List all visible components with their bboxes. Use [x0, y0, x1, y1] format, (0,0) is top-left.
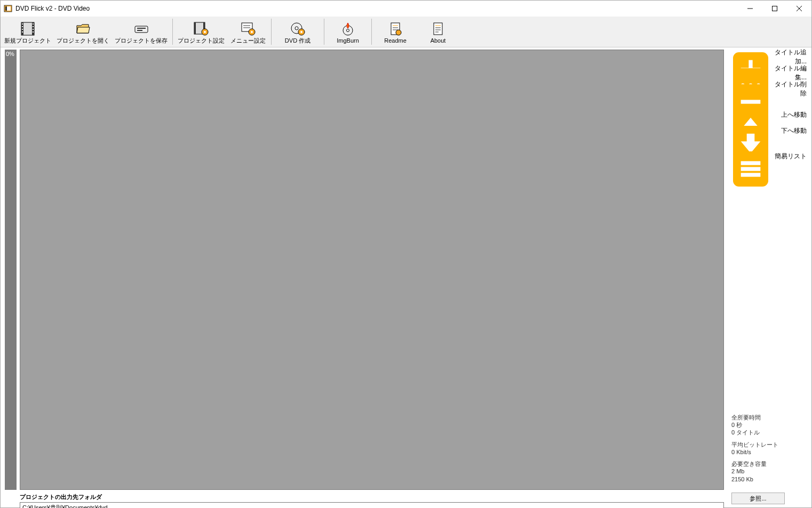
svg-rect-61: [741, 173, 761, 176]
imgburn-button[interactable]: ImgBurn: [327, 18, 369, 46]
document-icon: [387, 20, 404, 37]
minus-icon: [733, 84, 768, 94]
edit-title-label: タイトル編集...: [771, 64, 807, 82]
toolbar-separator: [271, 19, 272, 45]
about-label: About: [431, 37, 446, 44]
minimize-icon: [747, 6, 753, 11]
plus-icon: [733, 52, 768, 62]
maximize-icon: [772, 6, 777, 11]
browse-button[interactable]: 参照...: [731, 493, 785, 504]
maximize-button[interactable]: [762, 1, 787, 17]
window-controls: [738, 1, 811, 17]
about-button[interactable]: About: [417, 18, 459, 46]
menu-settings-button[interactable]: メニュー設定: [227, 18, 269, 46]
space-value2: 2150 Kb: [731, 475, 808, 483]
easy-list-button[interactable]: 簡易リスト: [731, 150, 808, 163]
svg-rect-12: [22, 29, 23, 30]
svg-rect-17: [33, 31, 34, 33]
toolbar-separator: [172, 19, 173, 45]
svg-rect-19: [137, 28, 146, 29]
save-project-label: プロジェクトを保存: [115, 37, 168, 44]
film-icon: [19, 20, 36, 37]
total-time-value: 0 秒: [731, 421, 808, 429]
move-actions-group: 上へ移動 下へ移動: [731, 108, 808, 137]
svg-rect-13: [22, 31, 23, 33]
disc-gear-icon: [289, 20, 306, 37]
main-toolbar: 新規プロジェクト プロジェクトを開く プロジェクトを保存 プロジェクト設定 メ: [1, 17, 811, 47]
project-settings-button[interactable]: プロジェクト設定: [175, 18, 227, 46]
window-title: DVD Flick v2 - DVD Video: [15, 5, 90, 12]
new-project-button[interactable]: 新規プロジェクト: [2, 18, 54, 46]
space-gauge: [5, 50, 17, 490]
toolbar-separator: [324, 19, 324, 45]
move-up-button[interactable]: 上へ移動: [731, 108, 808, 121]
svg-rect-42: [434, 23, 442, 35]
svg-point-32: [295, 27, 298, 30]
space-label: 必要空き容量: [731, 460, 808, 467]
bitrate-label: 平均ビットレート: [731, 441, 808, 448]
move-up-label: 上へ移動: [771, 110, 807, 119]
total-time-label: 全所要時間: [731, 414, 808, 421]
svg-rect-10: [22, 23, 23, 25]
close-button[interactable]: [787, 1, 811, 17]
title-count-value: 0 タイトル: [731, 429, 808, 436]
app-window: DVD Flick v2 - DVD Video 新規プロジェクト プロジェ: [0, 0, 812, 508]
output-folder-label: プロジェクトの出力先フォルダ: [20, 493, 724, 501]
list-icon: [733, 151, 768, 161]
space-gauge-label: 0%: [6, 51, 14, 57]
create-dvd-button[interactable]: DVD 作成: [274, 18, 322, 46]
left-strip: 0%: [1, 47, 17, 507]
canvas-area: プロジェクトの出力先フォルダ: [17, 47, 727, 507]
delete-title-button[interactable]: タイトル削除: [731, 83, 808, 95]
output-path-input[interactable]: [20, 502, 724, 508]
readme-button[interactable]: Readme: [374, 18, 417, 46]
titlebar: DVD Flick v2 - DVD Video: [1, 1, 811, 17]
add-title-label: タイトル追加...: [771, 48, 807, 66]
imgburn-label: ImgBurn: [337, 37, 359, 44]
menu-gear-icon: [240, 20, 257, 37]
add-title-button[interactable]: タイトル追加...: [731, 51, 808, 63]
menu-settings-label: メニュー設定: [230, 37, 266, 44]
arrow-down-icon: [733, 126, 768, 135]
svg-point-34: [300, 31, 302, 33]
save-project-button[interactable]: プロジェクトを保存: [112, 18, 170, 46]
svg-rect-22: [194, 22, 196, 34]
flame-disc-icon: [339, 20, 356, 37]
app-icon: [4, 4, 12, 13]
delete-title-label: タイトル削除: [771, 80, 807, 98]
right-panel: タイトル追加... タイトル編集... タイトル削除: [727, 47, 811, 507]
svg-rect-2: [5, 6, 7, 11]
move-down-label: 下へ移動: [771, 126, 807, 135]
svg-rect-60: [741, 167, 761, 171]
svg-rect-14: [33, 23, 34, 25]
list-actions-group: 簡易リスト: [731, 150, 808, 163]
title-actions-group: タイトル追加... タイトル編集... タイトル削除: [731, 51, 808, 95]
open-project-label: プロジェクトを開く: [57, 37, 109, 44]
output-bar: プロジェクトの出力先フォルダ: [20, 493, 724, 508]
minimize-button[interactable]: [738, 1, 762, 17]
bitrate-value: 0 Kbit/s: [731, 448, 808, 456]
close-icon: [797, 6, 802, 11]
move-down-button[interactable]: 下へ移動: [731, 124, 808, 137]
title-list-canvas[interactable]: [20, 50, 724, 490]
svg-point-30: [251, 31, 253, 33]
svg-rect-59: [741, 161, 761, 165]
svg-rect-20: [137, 30, 142, 31]
svg-rect-11: [22, 26, 23, 27]
info-document-icon: [429, 20, 447, 37]
new-project-label: 新規プロジェクト: [4, 37, 51, 44]
toolbar-separator: [371, 19, 372, 45]
edit-title-button[interactable]: タイトル編集...: [731, 67, 808, 79]
svg-rect-15: [33, 26, 34, 27]
edit-icon: [733, 68, 768, 78]
svg-rect-16: [33, 29, 34, 30]
create-dvd-label: DVD 作成: [285, 37, 311, 44]
arrow-up-icon: [733, 110, 768, 119]
save-icon: [133, 20, 150, 37]
readme-label: Readme: [384, 37, 407, 44]
body-area: 0% プロジェクトの出力先フォルダ タイトル追加...: [1, 47, 811, 507]
open-project-button[interactable]: プロジェクトを開く: [54, 18, 112, 46]
svg-rect-4: [773, 6, 777, 11]
easy-list-label: 簡易リスト: [771, 152, 807, 161]
svg-rect-55: [741, 100, 761, 103]
